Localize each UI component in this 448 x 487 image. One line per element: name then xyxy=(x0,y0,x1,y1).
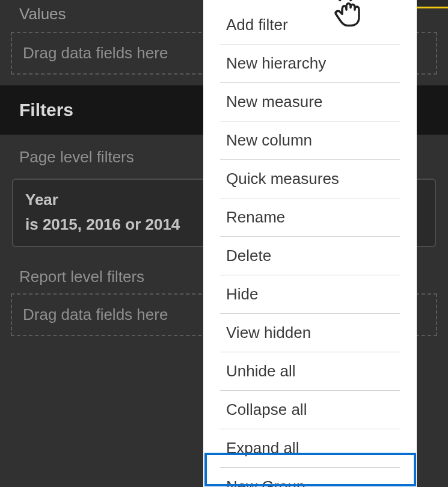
menu-item-expand-all[interactable]: Expand all xyxy=(220,429,400,468)
menu-item-new-measure[interactable]: New measure xyxy=(220,83,400,121)
menu-item-delete[interactable]: Delete xyxy=(220,237,400,275)
menu-item-view-hidden[interactable]: View hidden xyxy=(220,314,400,352)
menu-item-add-filter[interactable]: Add filter xyxy=(220,6,400,44)
menu-item-unhide-all[interactable]: Unhide all xyxy=(220,352,400,391)
menu-item-quick-measures[interactable]: Quick measures xyxy=(220,160,400,198)
menu-item-rename[interactable]: Rename xyxy=(220,198,400,237)
menu-item-new-column[interactable]: New column xyxy=(220,121,400,160)
field-context-menu: Add filter New hierarchy New measure New… xyxy=(203,0,417,487)
ribbon-accent-strip xyxy=(412,0,448,8)
menu-item-new-group[interactable]: New Group xyxy=(220,468,400,487)
menu-item-collapse-all[interactable]: Collapse all xyxy=(220,391,400,429)
menu-item-hide[interactable]: Hide xyxy=(220,275,400,314)
menu-item-new-hierarchy[interactable]: New hierarchy xyxy=(220,44,400,83)
